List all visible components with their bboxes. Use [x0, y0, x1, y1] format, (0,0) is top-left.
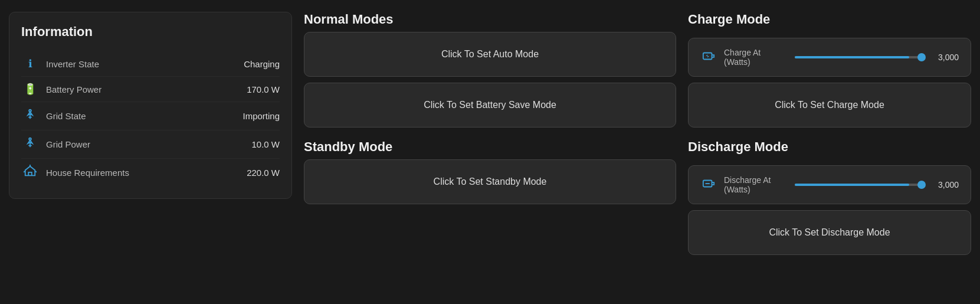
battery-icon: 🔋: [21, 83, 39, 96]
charge-slider-track[interactable]: [795, 56, 922, 58]
discharge-battery-icon: [700, 177, 717, 193]
standby-mode-button[interactable]: Click To Set Standby Mode: [304, 159, 676, 204]
grid-power-label: Grid Power: [46, 139, 251, 149]
discharge-mode-title: Discharge Mode: [688, 139, 971, 155]
discharge-mode-block: Discharge Mode Discharge At (Watts) 3,00…: [688, 139, 971, 255]
info-panel-title: Information: [21, 24, 280, 40]
middle-section: Normal Modes Click To Set Auto Mode Clic…: [304, 9, 676, 204]
grid-state-value: Importing: [242, 111, 280, 121]
charge-mode-block: Charge Mode Charge At (Watts) 3,000 Clic…: [688, 12, 971, 128]
house-requirements-label: House Requirements: [46, 168, 247, 178]
standby-mode-title: Standby Mode: [304, 139, 676, 155]
charge-slider-fill: [795, 56, 909, 58]
charge-slider-card: Charge At (Watts) 3,000: [688, 38, 971, 77]
normal-modes-title: Normal Modes: [304, 12, 676, 27]
battery-save-mode-button[interactable]: Click To Set Battery Save Mode: [304, 83, 676, 128]
inverter-state-row: ℹ Inverter State Charging: [21, 51, 280, 77]
discharge-slider-value: 3,000: [929, 180, 959, 189]
right-section: Charge Mode Charge At (Watts) 3,000 Clic…: [688, 9, 971, 255]
discharge-slider-thumb: [917, 181, 926, 189]
charge-battery-icon: [700, 50, 717, 66]
discharge-slider-label: Discharge At (Watts): [724, 175, 788, 194]
information-panel: Information ℹ Inverter State Charging 🔋 …: [9, 12, 292, 199]
house-requirements-row: House Requirements 220.0 W: [21, 159, 280, 187]
charge-slider-value: 3,000: [929, 53, 959, 62]
charge-slider-thumb: [917, 53, 926, 61]
inverter-state-value: Charging: [244, 59, 280, 69]
discharge-mode-button[interactable]: Click To Set Discharge Mode: [688, 210, 971, 255]
standby-mode-section: Standby Mode Click To Set Standby Mode: [304, 139, 676, 204]
house-requirements-value: 220.0 W: [247, 168, 280, 178]
grid-power-value: 10.0 W: [251, 139, 280, 149]
battery-power-label: Battery Power: [46, 84, 247, 94]
grid-state-row: Grid State Importing: [21, 102, 280, 130]
house-icon: [21, 165, 39, 181]
discharge-slider-fill: [795, 184, 909, 186]
auto-mode-button[interactable]: Click To Set Auto Mode: [304, 32, 676, 77]
charge-slider-label: Charge At (Watts): [724, 48, 788, 67]
grid-state-label: Grid State: [46, 111, 242, 121]
inverter-state-label: Inverter State: [46, 59, 244, 69]
normal-modes-section: Normal Modes Click To Set Auto Mode Clic…: [304, 12, 676, 128]
grid-state-icon: [21, 108, 39, 124]
battery-power-value: 170.0 W: [247, 84, 280, 94]
grid-power-row: Grid Power 10.0 W: [21, 130, 280, 159]
discharge-slider-card: Discharge At (Watts) 3,000: [688, 165, 971, 204]
charge-mode-button[interactable]: Click To Set Charge Mode: [688, 83, 971, 128]
inverter-icon: ℹ: [21, 57, 39, 70]
charge-mode-title: Charge Mode: [688, 12, 971, 27]
grid-power-icon: [21, 136, 39, 152]
discharge-slider-track[interactable]: [795, 184, 922, 186]
battery-power-row: 🔋 Battery Power 170.0 W: [21, 77, 280, 102]
